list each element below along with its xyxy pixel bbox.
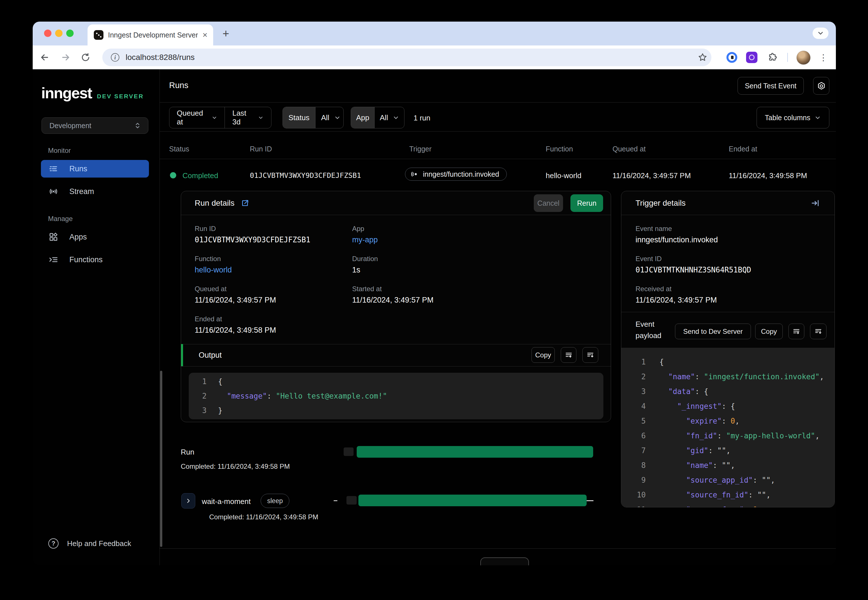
function-link[interactable]: hello-world <box>195 266 232 274</box>
bookmark-star-button[interactable] <box>697 52 708 63</box>
dev-server-badge: DEV SERVER <box>97 93 144 100</box>
row-trigger-pill[interactable]: inngest/function.invoked <box>405 168 507 181</box>
password-manager-extension-icon[interactable] <box>726 52 737 63</box>
column-header-function[interactable]: Function <box>546 145 573 153</box>
code-line: 2 "name": "inngest/function.invoked", <box>634 369 835 384</box>
forward-button[interactable] <box>60 52 71 63</box>
code-line: 11 "source_fn_v": 0 <box>634 502 835 508</box>
output-status-accent <box>181 344 183 366</box>
extensions-puzzle-button[interactable] <box>767 52 778 63</box>
url-bar[interactable]: i localhost:8288/runs <box>102 48 712 66</box>
json-key: "fn_id" <box>659 432 717 440</box>
column-header-ended-at[interactable]: Ended at <box>729 145 757 153</box>
app-filter[interactable]: App All <box>351 107 404 129</box>
time-field-filter[interactable]: Queued at Last 3d <box>169 107 272 129</box>
sidebar-item-apps[interactable]: Apps <box>41 228 149 246</box>
help-and-feedback[interactable]: ? Help and Feedback <box>41 535 131 552</box>
app-filter-value-segment[interactable]: All <box>374 107 404 128</box>
arrow-left-icon <box>39 52 50 62</box>
field-label: Queued at <box>195 285 276 293</box>
payload-code-block[interactable]: 1{ 2 "name": "inngest/function.invoked",… <box>621 348 835 508</box>
column-header-run-id[interactable]: Run ID <box>250 145 272 153</box>
output-code-block[interactable]: 1{ 2 "message": "Hello test@example.com!… <box>189 373 603 419</box>
send-test-event-button[interactable]: Send Test Event <box>737 77 804 95</box>
json-punct: : <box>722 402 730 411</box>
json-key: "data" <box>659 387 695 396</box>
page-title: Runs <box>169 81 188 90</box>
close-window-button[interactable] <box>44 30 52 37</box>
sidebar: inngest DEV SERVER Development Monitor R… <box>33 69 159 565</box>
payload-wrap-text-button[interactable] <box>788 324 804 339</box>
field-label: Event name <box>636 225 718 233</box>
row-run-id[interactable]: 01JCVBTMV3WXY9D3CFDEJFZSB1 <box>250 171 361 180</box>
line-number: 8 <box>634 461 646 470</box>
code-line: 8 "name": "", <box>634 458 835 473</box>
back-button[interactable] <box>39 52 50 63</box>
payload-scroll-bottom-button[interactable] <box>810 324 827 339</box>
app-link[interactable]: my-app <box>352 235 378 244</box>
purple-extension-icon[interactable] <box>746 52 757 63</box>
question-mark-icon: ? <box>48 538 59 548</box>
json-punct: } <box>218 406 223 415</box>
json-punct: : <box>695 373 704 381</box>
vertical-scrollbar[interactable] <box>160 371 162 547</box>
json-punct: , <box>771 476 775 484</box>
browser-menu-button[interactable]: ⋮ <box>818 52 829 63</box>
maximize-window-button[interactable] <box>66 30 74 37</box>
send-to-dev-server-button[interactable]: Send to Dev Server <box>675 324 751 339</box>
minimize-window-button[interactable] <box>55 30 62 37</box>
run-details-card: Run details Cancel Rerun Run ID 01JCVBTM… <box>181 191 611 422</box>
column-header-status[interactable]: Status <box>169 145 189 153</box>
json-value: { <box>730 402 735 411</box>
tab-close-icon[interactable]: × <box>202 31 208 39</box>
new-tab-button[interactable]: + <box>223 29 229 38</box>
field-value: 11/16/2024, 3:49:57 PM <box>352 296 433 305</box>
status-filter[interactable]: Status All <box>282 107 344 129</box>
sidebar-item-stream[interactable]: Stream <box>41 183 149 200</box>
column-header-trigger[interactable]: Trigger <box>409 145 431 153</box>
reload-button[interactable] <box>80 52 91 63</box>
browser-tab[interactable]: Inngest Development Server × <box>88 24 213 45</box>
code-line: 9 "source_app_id": "", <box>634 473 835 488</box>
json-punct: : <box>717 432 726 440</box>
sidebar-item-label: Functions <box>69 255 103 264</box>
payload-copy-button[interactable]: Copy <box>755 324 783 339</box>
tab-search-button[interactable] <box>813 27 829 39</box>
environment-select-value: Development <box>49 121 133 130</box>
output-copy-button[interactable]: Copy <box>531 347 555 363</box>
footer-divider <box>160 548 836 548</box>
settings-button[interactable] <box>813 77 829 95</box>
event-payload-label-line2: payload <box>636 330 662 341</box>
apps-grid-icon <box>48 232 59 242</box>
step-duration-bar[interactable] <box>358 495 587 506</box>
table-columns-button[interactable]: Table columns <box>757 107 829 129</box>
time-field-segment[interactable]: Queued at <box>169 107 225 128</box>
status-filter-value-segment[interactable]: All <box>315 107 344 128</box>
json-punct: : <box>267 392 276 400</box>
json-punct: , <box>820 373 824 381</box>
collapse-panel-icon[interactable] <box>810 198 820 208</box>
status-filter-value: All <box>321 114 329 122</box>
run-duration-bar[interactable] <box>357 446 593 458</box>
cancel-button[interactable]: Cancel <box>534 194 563 212</box>
json-value: 0 <box>753 505 757 508</box>
sidebar-item-functions[interactable]: Functions <box>41 251 149 268</box>
column-header-queued-at[interactable]: Queued at <box>613 145 646 153</box>
external-link-icon[interactable] <box>241 199 249 208</box>
output-scroll-bottom-button[interactable] <box>582 347 598 363</box>
run-count: 1 run <box>414 114 430 123</box>
time-range-segment[interactable]: Last 3d <box>225 107 271 128</box>
rerun-button[interactable]: Rerun <box>571 194 603 212</box>
sidebar-item-runs[interactable]: Runs <box>41 160 149 177</box>
line-number: 7 <box>634 446 646 455</box>
step-expand-button[interactable] <box>181 493 195 509</box>
partial-footer-button[interactable] <box>480 558 529 565</box>
environment-select[interactable]: Development <box>41 117 148 134</box>
row-status: Completed <box>182 171 218 180</box>
sidebar-item-label: Apps <box>69 233 87 241</box>
main-content: Runs Send Test Event Queued at Last 3d <box>159 69 836 565</box>
site-info-icon[interactable]: i <box>111 53 119 62</box>
profile-avatar[interactable] <box>797 51 810 65</box>
output-wrap-text-button[interactable] <box>561 347 577 363</box>
wrap-text-icon <box>565 351 573 359</box>
